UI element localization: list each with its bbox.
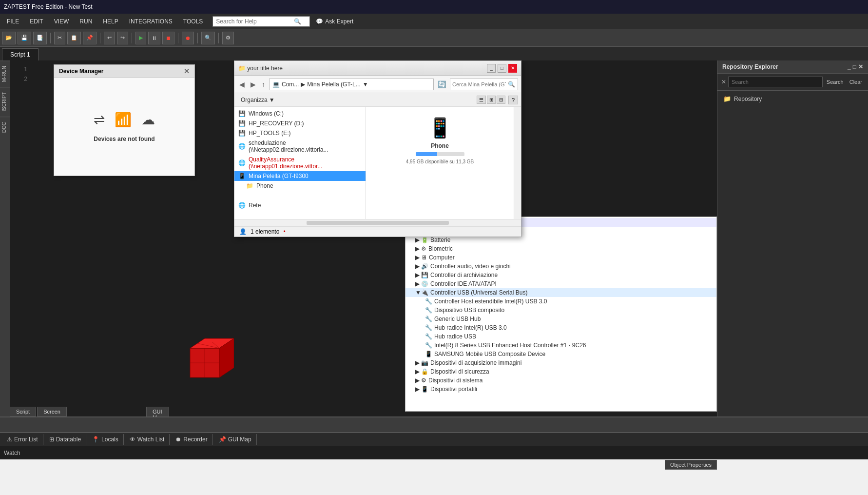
toolbar-cut-btn[interactable]: ✂	[54, 32, 65, 44]
dt-item-6[interactable]: ▶ 💿 Controller IDE ATA/ATAPI	[405, 279, 716, 288]
fe-tree-item-windows[interactable]: 💾 Windows (C:)	[234, 109, 366, 119]
dt-item-4[interactable]: ▶ 🔊 Controller audio, video e giochi	[405, 262, 716, 271]
fe-search-input[interactable]	[452, 81, 506, 87]
dt-item-3[interactable]: ▶ 🖥 Computer	[405, 253, 716, 262]
fe-tree-item-mina[interactable]: 📱 Mina Pelella (GT-I9300	[234, 171, 366, 181]
toolbar-pause-btn[interactable]: ⏸	[148, 32, 160, 44]
fe-tree-item-rete[interactable]: 🌐 Rete	[234, 200, 366, 210]
gui-map-tab[interactable]: GUI Map	[146, 407, 169, 416]
bottom-tab-datatable[interactable]: ⊞ Datatable	[44, 434, 86, 445]
editor-tabs: Script Screen GUI Map	[10, 407, 67, 416]
repo-item-repository[interactable]: 📁 Repository	[721, 94, 864, 104]
menu-file[interactable]: FILE	[2, 16, 24, 27]
tab-script1[interactable]: Script 1	[2, 48, 39, 60]
object-properties-tab[interactable]: Object Properties	[665, 460, 717, 470]
dt-item-17[interactable]: ▶ ⚙ Dispositivi di sistema	[405, 376, 716, 385]
left-label-doc[interactable]: DOC	[0, 117, 10, 138]
dt-item-16[interactable]: ▶ 🔒 Dispositivi di sicurezza	[405, 367, 716, 376]
dt-item-11[interactable]: 🔧 Hub radice Intel(R) USB 3.0	[405, 323, 716, 332]
dt-item-10[interactable]: 🔧 Generic USB Hub	[405, 315, 716, 323]
menu-run[interactable]: RUN	[75, 16, 97, 27]
fe-tree-item-hprecovery[interactable]: 💾 HP_RECOVERY (D:)	[234, 119, 366, 128]
left-label-iscript[interactable]: ISCRIPT	[0, 87, 10, 116]
repo-close-icon[interactable]: ✕	[858, 63, 863, 70]
toolbar-play-btn[interactable]: ▶	[135, 32, 146, 44]
fe-status-icon: 👤	[239, 228, 247, 235]
menu-tools[interactable]: TOOLS	[178, 16, 208, 27]
editor-tab-screen[interactable]: Screen	[37, 407, 67, 416]
fe-scrollbar[interactable]	[514, 107, 521, 219]
fe-organizza-button[interactable]: Organizza ▼	[237, 95, 278, 105]
fe-refresh-button[interactable]: 🔄	[436, 79, 448, 89]
bottom-tab-watchlist[interactable]: 👁 Watch List	[125, 434, 170, 445]
left-label-mrun[interactable]: M-RUN	[0, 60, 10, 87]
menu-help[interactable]: HELP	[98, 16, 123, 27]
bottom-tab-locals[interactable]: 📍 Locals	[87, 434, 124, 445]
dt-item-8[interactable]: 🔧 Controller Host estendibile Intel(R) U…	[405, 297, 716, 306]
menu-view[interactable]: VIEW	[49, 16, 74, 27]
fe-view-icons-btn[interactable]: ⊟	[497, 96, 505, 104]
toolbar-open-btn[interactable]: 📂	[2, 32, 16, 44]
toolbar-search-btn[interactable]: 🔍	[201, 32, 215, 44]
dt-arrow-3: ▶	[415, 254, 420, 261]
repo-search-input[interactable]	[728, 77, 823, 87]
fe-phone-icon: 📱	[428, 117, 452, 139]
bottom-tab-guimap[interactable]: 📌 GUI Map	[214, 434, 257, 445]
editor-tab-script[interactable]: Script	[10, 407, 36, 416]
dt-item-5[interactable]: ▶ 💾 Controller di archiviazione	[405, 271, 716, 279]
fe-forward-button[interactable]: ▶	[249, 79, 258, 89]
fe-tree-item-hptools[interactable]: 💾 HP_TOOLS (E:)	[234, 128, 366, 138]
fe-back-button[interactable]: ◀	[237, 79, 247, 89]
device-manager-close-button[interactable]: ✕	[184, 67, 190, 75]
dt-item-14[interactable]: 📱 SAMSUNG Mobile USB Composite Device	[405, 350, 716, 358]
fe-tree-item-schedulazione[interactable]: 🌐 schedulazione (\\Netapp02.direzione.vi…	[234, 138, 366, 155]
dt-arrow-2: ▶	[415, 245, 420, 252]
dt-item-9[interactable]: 🔧 Dispositivo USB composito	[405, 306, 716, 315]
fe-path-arrow2: ▼	[363, 81, 368, 88]
toolbar-saveas-btn[interactable]: 📑	[33, 32, 47, 44]
toolbar-paste-btn[interactable]: 📌	[83, 32, 96, 44]
repo-restore-icon[interactable]: □	[853, 63, 856, 70]
menu-edit[interactable]: EDIT	[25, 16, 48, 27]
search-help-input[interactable]	[216, 18, 294, 25]
dt-label-7: Controller USB (Universal Serial Bus)	[430, 289, 527, 296]
dt-item-13[interactable]: 🔧 Intel(R) 8 Series USB Enhanced Host Co…	[405, 341, 716, 350]
toolbar-undo-btn[interactable]: ↩	[104, 32, 115, 44]
toolbar-settings-btn[interactable]: ⚙	[222, 32, 234, 44]
ask-expert-button[interactable]: 💬 Ask Expert	[311, 16, 358, 27]
bottom-tab-errorlist[interactable]: ⚠ Error List	[2, 434, 43, 445]
toolbar-redo-btn[interactable]: ↪	[117, 32, 128, 44]
status-bar: Watch	[0, 446, 868, 459]
toolbar-sep-5	[197, 33, 198, 43]
dt-item-12[interactable]: 🔧 Hub radice USB	[405, 332, 716, 341]
menu-integrations[interactable]: INTEGRATIONS	[124, 16, 177, 27]
fe-view-details-btn[interactable]: ☰	[477, 96, 486, 104]
dt-item-18[interactable]: ▶ 📱 Dispositivi portatili	[405, 385, 716, 394]
fe-close-button[interactable]: ✕	[508, 64, 517, 73]
dt-label-9: Dispositivo USB composito	[434, 307, 504, 314]
fe-tree-item-phone[interactable]: 📁 Phone	[234, 181, 366, 191]
toolbar-record-btn[interactable]: ⏺	[182, 32, 194, 44]
toolbar-copy-btn[interactable]: 📋	[67, 32, 81, 44]
fe-hscrollbar[interactable]	[234, 219, 521, 226]
guimap-label: GUI Map	[228, 436, 251, 443]
bottom-tab-recorder[interactable]: ⏺ Recorder	[171, 434, 212, 445]
fe-minimize-button[interactable]: _	[487, 64, 496, 73]
watchlist-label: Watch List	[137, 436, 165, 443]
fe-phone-item[interactable]: 📱 Phone 4,95 GB disponibile su 11,3 GB	[406, 117, 474, 164]
repo-minimize-icon[interactable]: _	[848, 63, 851, 70]
fe-view-options: ☰ ⊞ ⊟	[477, 96, 505, 104]
dt-item-7[interactable]: ▼ 🔌 Controller USB (Universal Serial Bus…	[405, 288, 716, 297]
repo-search-label[interactable]: Search	[825, 78, 846, 86]
fe-icon-schedulazione: 🌐	[238, 143, 246, 150]
toolbar-stop-btn[interactable]: ⏹	[162, 32, 174, 44]
dt-item-15[interactable]: ▶ 📷 Dispositivi di acquisizione immagini	[405, 358, 716, 367]
fe-help-btn[interactable]: ?	[508, 96, 518, 104]
fe-maximize-button[interactable]: □	[498, 64, 506, 73]
fe-view-list-btn[interactable]: ⊞	[487, 96, 496, 104]
repo-clear-label[interactable]: Clear	[848, 78, 864, 86]
dt-item-2[interactable]: ▶ ⚙ Biometric	[405, 244, 716, 253]
toolbar-save-btn[interactable]: 💾	[18, 32, 31, 44]
fe-tree-item-qa[interactable]: 🌐 QualityAssurance (\\netapp01.direzione…	[234, 155, 366, 171]
fe-up-button[interactable]: ↑	[260, 79, 267, 89]
